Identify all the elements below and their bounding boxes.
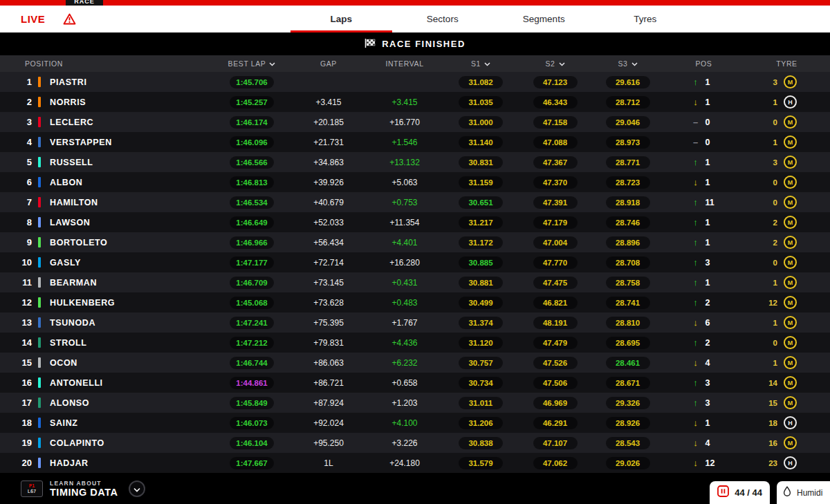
sector2-time: 47.158 — [533, 116, 578, 129]
sector2-time: 47.506 — [533, 377, 578, 389]
tab-tyres[interactable]: Tyres — [595, 6, 697, 32]
tyre-stint-count: 1 — [773, 98, 777, 106]
table-row[interactable]: 6 ALBON 1:46.813 +39.926 +5.063 31.159 4… — [0, 172, 830, 192]
tyre-compound-icon: M — [784, 376, 797, 389]
tab-sectors[interactable]: Sectors — [392, 6, 494, 32]
pause-icon[interactable] — [717, 485, 729, 500]
best-lap-time: 1:45.706 — [230, 76, 274, 88]
sector1-time: 31.206 — [459, 417, 503, 429]
table-row[interactable]: 19 COLAPINTO 1:46.104 +95.250 +3.226 30.… — [0, 433, 830, 453]
timing-table-body: 1 PIASTRI 1:45.706 31.082 47.123 29.616 … — [0, 72, 830, 473]
position-change-value: 1 — [706, 158, 717, 167]
table-row[interactable]: 4 VERSTAPPEN 1:46.096 +21.731 +1.546 31.… — [0, 132, 830, 152]
table-row[interactable]: 9 BORTOLETO 1:46.966 +56.434 +4.401 31.1… — [0, 232, 830, 252]
position-change-arrow-icon — [692, 157, 700, 167]
sector2-time: 47.107 — [533, 437, 578, 449]
tyre-compound-icon: M — [784, 396, 797, 409]
sector3-time: 28.918 — [606, 196, 650, 209]
gap-value: +56.434 — [290, 238, 367, 248]
col-s2[interactable]: S2 — [519, 59, 591, 68]
tyre-compound-icon: M — [784, 316, 797, 329]
humidity-card[interactable]: Humidi — [777, 481, 830, 504]
table-row[interactable]: 12 HULKENBERG 1:45.068 +73.628 +0.483 30… — [0, 292, 830, 312]
position-change-value: 4 — [706, 358, 717, 368]
table-row[interactable]: 13 TSUNODA 1:47.241 +75.395 +1.767 31.37… — [0, 312, 830, 333]
position-change-value: 1 — [706, 278, 717, 288]
team-color-bar — [32, 377, 47, 388]
table-row[interactable]: 18 SAINZ 1:46.073 +92.024 +4.100 31.206 … — [0, 413, 830, 433]
position-change-value: 1 — [706, 218, 717, 227]
driver-name: LECLERC — [47, 118, 213, 127]
tyre-stint-count: 15 — [768, 399, 777, 407]
sector1-time: 31.217 — [459, 216, 503, 229]
driver-name: TSUNODA — [47, 318, 213, 328]
tyre-info: 0 M — [744, 196, 830, 209]
position-number: 6 — [0, 177, 32, 187]
race-session-tab[interactable]: RACE — [66, 0, 103, 6]
team-color-bar — [32, 97, 47, 107]
position-change-arrow-icon — [692, 217, 700, 227]
sector1-time: 31.159 — [459, 176, 503, 189]
table-row[interactable]: 16 ANTONELLI 1:44.861 +86.721 +0.658 30.… — [0, 373, 830, 393]
sector2-time: 47.479 — [533, 337, 578, 349]
warning-icon[interactable] — [63, 13, 76, 25]
tyre-stint-count: 1 — [773, 138, 777, 147]
table-row[interactable]: 20 HADJAR 1:47.667 1L +24.180 31.579 47.… — [0, 453, 830, 473]
position-change-arrow-icon — [692, 458, 700, 468]
table-row[interactable]: 7 HAMILTON 1:46.534 +40.679 +0.753 30.65… — [0, 192, 830, 212]
tab-laps[interactable]: Laps — [290, 6, 392, 32]
table-row[interactable]: 8 LAWSON 1:46.649 +52.033 +11.354 31.217… — [0, 212, 830, 232]
tyre-info: 1 H — [744, 95, 830, 109]
expand-timing-data-button[interactable] — [129, 480, 145, 497]
sector3-time: 28.896 — [606, 236, 650, 249]
position-change-value: 2 — [706, 298, 717, 308]
sector2-time: 47.526 — [533, 357, 578, 369]
best-lap-time: 1:46.566 — [230, 156, 274, 169]
position-change-arrow-icon — [692, 398, 700, 408]
position-change-arrow-icon — [692, 277, 700, 288]
driver-name: ALONSO — [47, 398, 213, 408]
team-color-bar — [32, 257, 47, 268]
col-s3[interactable]: S3 — [591, 59, 664, 68]
tab-segments[interactable]: Segments — [493, 6, 595, 32]
driver-name: HULKENBERG — [47, 298, 213, 308]
driver-name: ANTONELLI — [47, 378, 213, 388]
col-s1[interactable]: S1 — [443, 59, 519, 68]
lap-counter-card[interactable]: 44 / 44 — [710, 481, 770, 504]
best-lap-time: 1:44.861 — [230, 377, 274, 389]
table-row[interactable]: 14 STROLL 1:47.212 +79.831 +4.436 31.120… — [0, 333, 830, 353]
sector2-time: 47.062 — [533, 457, 578, 469]
chequered-flag-icon — [365, 39, 376, 50]
position-change-value: 1 — [706, 97, 717, 107]
col-best-lap[interactable]: BEST LAP — [213, 59, 290, 68]
table-row[interactable]: 10 GASLY 1:47.177 +72.714 +16.280 30.885… — [0, 252, 830, 272]
tyre-stint-count: 1 — [773, 359, 777, 367]
table-row[interactable]: 2 NORRIS 1:45.257 +3.415 +3.415 31.035 4… — [0, 92, 830, 112]
interval-value: +0.658 — [367, 378, 443, 388]
view-tabs: Laps Sectors Segments Tyres — [290, 6, 696, 32]
table-row[interactable]: 11 BEARMAN 1:46.709 +73.145 +0.431 30.88… — [0, 272, 830, 292]
tyre-info: 1 M — [744, 316, 830, 329]
tyre-info: 23 H — [744, 456, 830, 469]
team-color-bar — [32, 438, 47, 448]
sector3-time: 28.461 — [606, 357, 650, 369]
tyre-compound-icon: M — [784, 336, 797, 349]
sector1-time: 31.082 — [459, 76, 503, 88]
sector1-time: 30.885 — [459, 256, 503, 269]
best-lap-time: 1:46.534 — [230, 196, 274, 209]
tyre-compound-icon: M — [784, 176, 797, 189]
table-row[interactable]: 5 RUSSELL 1:46.566 +34.863 +13.132 30.83… — [0, 152, 830, 172]
tyre-stint-count: 2 — [773, 218, 777, 227]
driver-name: GASLY — [47, 258, 213, 268]
table-row[interactable]: 15 OCON 1:46.744 +86.063 +6.232 30.757 4… — [0, 353, 830, 373]
position-change-arrow-icon — [692, 317, 700, 328]
interval-value: +24.180 — [367, 458, 443, 468]
table-row[interactable]: 17 ALONSO 1:45.849 +87.924 +1.203 31.011… — [0, 393, 830, 413]
position-change: 1 — [664, 217, 744, 227]
tyre-stint-count: 12 — [768, 299, 777, 307]
table-row[interactable]: 3 LECLERC 1:46.174 +20.185 +16.770 31.00… — [0, 112, 830, 132]
sector3-time: 28.771 — [606, 156, 650, 169]
tyre-compound-icon: M — [784, 216, 797, 229]
position-number: 7 — [0, 197, 32, 207]
table-row[interactable]: 1 PIASTRI 1:45.706 31.082 47.123 29.616 … — [0, 72, 830, 92]
